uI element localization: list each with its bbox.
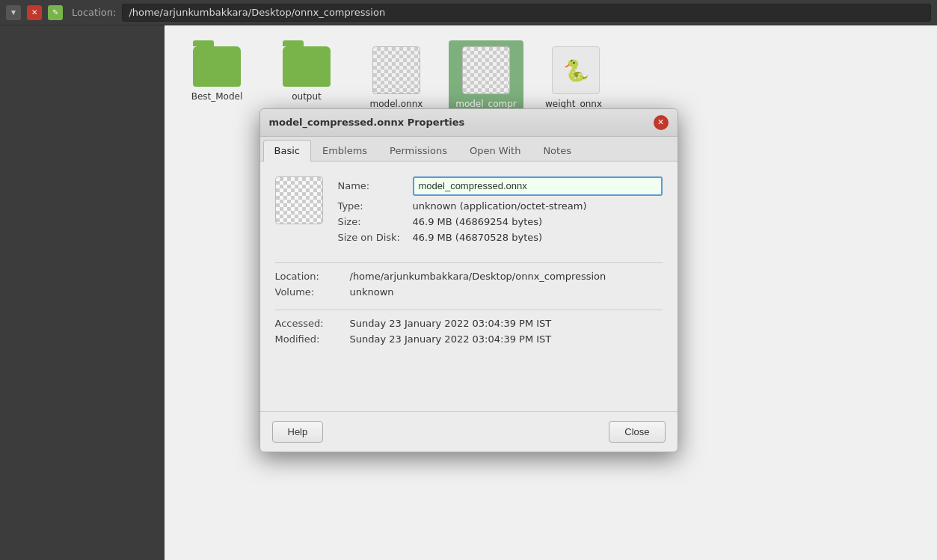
properties-dialog: model_compressed.onnx Properties ✕ Basic… — [259, 108, 678, 452]
file-info-section: Name: Type: unknown (application/octet-s… — [275, 176, 663, 243]
separator-2 — [275, 310, 663, 310]
location-label: Location: — [72, 7, 116, 18]
type-value: unknown (application/octet-stream) — [413, 200, 587, 212]
sidebar — [0, 25, 165, 560]
separator-1 — [275, 262, 663, 263]
volume-label: Volume: — [275, 286, 342, 298]
folder-icon — [193, 46, 241, 87]
tab-emblems[interactable]: Emblems — [311, 140, 378, 161]
folder-icon — [283, 46, 331, 87]
tab-notes[interactable]: Notes — [532, 140, 583, 161]
size-value: 46.9 MB (46869254 bytes) — [413, 216, 543, 227]
dialog-close-icon: ✕ — [657, 117, 664, 127]
location-bar[interactable]: /home/arjunkumbakkara/Desktop/onnx_compr… — [122, 4, 931, 22]
info-grid: Location: /home/arjunkumbakkara/Desktop/… — [275, 271, 663, 298]
volume-row: Volume: unknown — [275, 286, 663, 298]
name-label: Name: — [338, 180, 405, 191]
modified-value: Sunday 23 January 2022 03:04:39 PM IST — [350, 333, 552, 345]
location-path: /home/arjunkumbakkara/Desktop/onnx_compr… — [129, 7, 385, 18]
edit-icon: ✎ — [52, 8, 58, 16]
onnx-icon-selected — [462, 46, 510, 94]
python-icon: 🐍 — [552, 46, 600, 94]
tab-permissions[interactable]: Permissions — [378, 140, 458, 161]
name-row: Name: — [338, 176, 663, 196]
tab-basic[interactable]: Basic — [263, 140, 311, 161]
file-thumbnail — [275, 176, 323, 224]
python-snake-icon: 🐍 — [563, 58, 589, 83]
size-row: Size: 46.9 MB (46869254 bytes) — [338, 216, 663, 227]
minimize-button[interactable]: ▼ — [6, 5, 21, 20]
dialog-title: model_compressed.onnx Properties — [269, 117, 465, 128]
location-row: Location: /home/arjunkumbakkara/Desktop/… — [275, 271, 663, 282]
modified-label: Modified: — [275, 333, 342, 345]
file-label: output — [292, 91, 322, 102]
tab-open-with[interactable]: Open With — [458, 140, 532, 161]
accessed-row: Accessed: Sunday 23 January 2022 03:04:3… — [275, 318, 663, 329]
accessed-label: Accessed: — [275, 318, 342, 329]
help-button[interactable]: Help — [272, 421, 324, 443]
dates-grid: Accessed: Sunday 23 January 2022 03:04:3… — [275, 318, 663, 345]
size-on-disk-label: Size on Disk: — [338, 232, 405, 243]
location-label: Location: — [275, 271, 342, 282]
close-button[interactable]: Close — [609, 421, 665, 443]
edit-icon-button[interactable]: ✎ — [48, 5, 63, 20]
file-label: Best_Model — [191, 91, 243, 102]
size-on-disk-row: Size on Disk: 46.9 MB (46870528 bytes) — [338, 232, 663, 243]
accessed-value: Sunday 23 January 2022 03:04:39 PM IST — [350, 318, 552, 329]
name-input[interactable] — [413, 176, 663, 196]
file-details: Name: Type: unknown (application/octet-s… — [338, 176, 663, 243]
dialog-close-button[interactable]: ✕ — [654, 115, 669, 130]
dialog-body: Name: Type: unknown (application/octet-s… — [260, 161, 678, 411]
top-bar: ▼ ✕ ✎ Location: /home/arjunkumbakkara/De… — [0, 0, 937, 25]
type-label: Type: — [338, 200, 405, 212]
dialog-footer: Help Close — [260, 411, 678, 452]
file-label: model.onnx — [370, 99, 423, 109]
location-value: /home/arjunkumbakkara/Desktop/onnx_compr… — [350, 271, 606, 282]
volume-value: unknown — [350, 286, 394, 298]
type-row: Type: unknown (application/octet-stream) — [338, 200, 663, 212]
size-label: Size: — [338, 216, 405, 227]
modified-row: Modified: Sunday 23 January 2022 03:04:3… — [275, 333, 663, 345]
onnx-icon — [372, 46, 420, 94]
file-item-best-model[interactable]: Best_Model — [179, 40, 254, 147]
dialog-tabs: Basic Emblems Permissions Open With Note… — [260, 137, 678, 161]
window-close-button[interactable]: ✕ — [27, 5, 42, 20]
dialog-titlebar: model_compressed.onnx Properties ✕ — [260, 109, 678, 137]
size-on-disk-value: 46.9 MB (46870528 bytes) — [413, 232, 543, 243]
